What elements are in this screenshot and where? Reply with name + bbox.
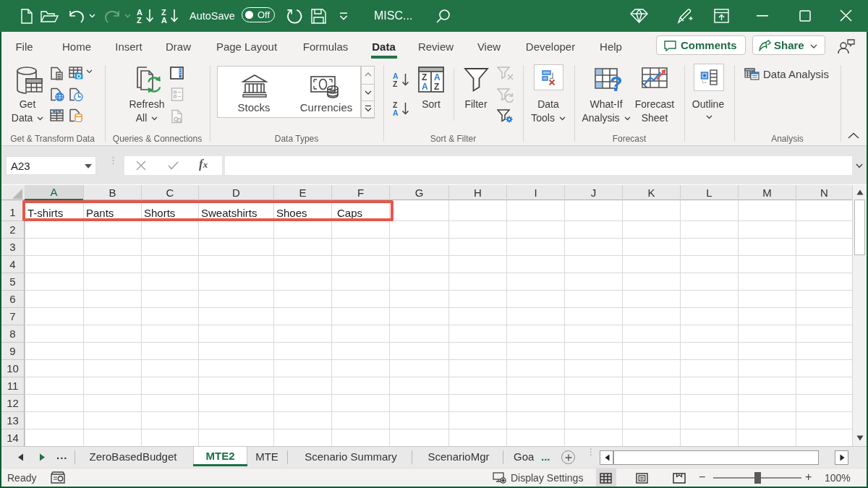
- svg-text:A: A: [161, 16, 167, 24]
- svg-text:Z: Z: [137, 16, 142, 24]
